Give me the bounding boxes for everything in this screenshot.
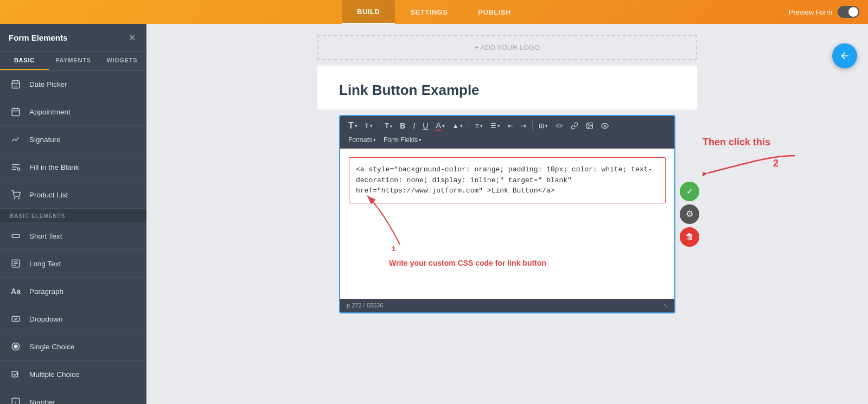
sidebar-item-label: Multiple Choice: [29, 370, 79, 379]
underline-btn[interactable]: U: [420, 120, 431, 132]
sidebar-item-label: Signature: [29, 136, 61, 144]
sidebar-item-appointment[interactable]: Appointment: [0, 98, 146, 126]
sidebar-tabs: BASIC PAYMENTS WIDGETS: [0, 52, 146, 70]
bold-btn[interactable]: B: [397, 120, 408, 132]
editor-stats: p 272 / 65536: [347, 302, 383, 309]
sidebar-item-label: Date Picker: [29, 80, 67, 88]
nav-build[interactable]: BUILD: [342, 0, 395, 24]
sidebar-item-multiple-choice[interactable]: Multiple Choice: [0, 361, 146, 388]
sidebar-item-label: Dropdown: [29, 315, 63, 323]
paragraph-icon: Aa: [10, 285, 22, 297]
sidebar-header: Form Elements ✕: [0, 24, 146, 52]
svg-rect-20: [12, 317, 20, 322]
image-btn[interactable]: [583, 120, 596, 131]
sidebar-item-long-text[interactable]: Long Text: [0, 250, 146, 278]
formats-btn[interactable]: Formats▾: [346, 134, 379, 145]
toolbar-row1: T▾ T▾ Tx B I U A▾ ▲▾ ≡▾ ☰▾ ⇤: [346, 119, 669, 132]
sidebar-item-label: Short Text: [29, 232, 62, 240]
svg-text:2: 2: [773, 158, 778, 169]
check-icon: ✓: [686, 186, 693, 196]
main-content: + ADD YOUR LOGO Link Button Example T▾ T…: [146, 24, 868, 404]
sidebar-item-fill-in-blank[interactable]: Fill in the Blank: [0, 153, 146, 181]
basic-elements-section: BASIC ELEMENTS: [0, 209, 146, 222]
logo-placeholder-text: + ADD YOUR LOGO: [475, 43, 540, 52]
gear-icon: ⚙: [686, 209, 693, 219]
sidebar: Form Elements ✕ BASIC PAYMENTS WIDGETS 1…: [0, 24, 146, 404]
sidebar-item-number[interactable]: 7 Number: [0, 388, 146, 404]
confirm-button[interactable]: ✓: [680, 182, 699, 201]
sidebar-item-single-choice[interactable]: Single Choice: [0, 333, 146, 361]
highlight-btn[interactable]: ▲▾: [450, 120, 465, 131]
list-btn[interactable]: ☰▾: [488, 120, 503, 131]
form-title: Link Button Example: [339, 82, 675, 99]
nav-settings[interactable]: SETTINGS: [395, 0, 463, 24]
sidebar-item-paragraph[interactable]: Aa Paragraph: [0, 278, 146, 305]
svg-rect-15: [12, 234, 20, 238]
settings-button[interactable]: ⚙: [680, 204, 699, 224]
code-btn[interactable]: <>: [553, 120, 566, 131]
sidebar-item-signature[interactable]: Signature: [0, 126, 146, 153]
editor-footer: p 272 / 65536 ⤡: [340, 299, 674, 312]
link-btn[interactable]: [568, 120, 581, 131]
preview-label: Preview Form: [789, 8, 832, 16]
top-nav: BUILD SETTINGS PUBLISH: [342, 0, 526, 24]
sidebar-item-product-list[interactable]: Product List: [0, 181, 146, 209]
sidebar-item-label: Number: [29, 398, 55, 405]
top-bar-right: Preview Form: [789, 6, 859, 18]
tab-widgets[interactable]: WIDGETS: [98, 52, 146, 70]
svg-rect-23: [12, 371, 18, 377]
short-text-icon: [10, 230, 22, 242]
single-choice-icon: [10, 341, 22, 352]
side-actions: ✓ ⚙ 🗑: [680, 182, 699, 247]
trash-icon: 🗑: [685, 232, 694, 242]
sidebar-item-short-text[interactable]: Short Text: [0, 222, 146, 250]
outdent-btn[interactable]: ⇤: [505, 120, 516, 131]
tab-payments[interactable]: PAYMENTS: [49, 52, 98, 70]
tab-basic[interactable]: BASIC: [0, 52, 49, 70]
sidebar-item-dropdown[interactable]: Dropdown: [0, 305, 146, 333]
editor-wrapper: T▾ T▾ Tx B I U A▾ ▲▾ ≡▾ ☰▾ ⇤: [339, 115, 675, 313]
sidebar-item-label: Single Choice: [29, 343, 74, 351]
form-fields-btn[interactable]: Form Fields▾: [381, 134, 424, 145]
clear-format-btn[interactable]: Tx: [382, 120, 395, 131]
svg-text:7: 7: [15, 400, 17, 404]
font-size-2-btn[interactable]: T▾: [362, 121, 375, 131]
editor-code-area[interactable]: <a style="background-color: orange; padd…: [349, 157, 666, 203]
multiple-choice-icon: [10, 368, 22, 380]
sidebar-item-label: Paragraph: [29, 287, 63, 296]
table-btn[interactable]: ⊞▾: [536, 120, 551, 131]
nav-publish[interactable]: PUBLISH: [463, 0, 526, 24]
sidebar-title: Form Elements: [9, 33, 67, 42]
sidebar-close-button[interactable]: ✕: [126, 31, 138, 43]
font-size-btn[interactable]: T▾: [346, 119, 360, 132]
svg-point-27: [588, 124, 589, 125]
fill-blank-icon: [10, 161, 22, 173]
sidebar-item-date-picker[interactable]: 10 Date Picker: [0, 70, 146, 98]
source-btn[interactable]: [598, 120, 611, 131]
indent-btn[interactable]: ⇥: [518, 120, 529, 131]
product-list-icon: [10, 189, 22, 201]
font-color-btn[interactable]: A▾: [433, 119, 447, 132]
align-btn[interactable]: ≡▾: [473, 120, 486, 131]
calendar-icon: 10: [10, 78, 22, 90]
svg-point-22: [14, 345, 17, 348]
arrow2-svg: 2: [703, 150, 800, 183]
svg-rect-5: [12, 108, 20, 116]
long-text-icon: [10, 258, 22, 270]
preview-toggle[interactable]: [838, 6, 859, 18]
toolbar-row2: Formats▾ Form Fields▾: [346, 134, 669, 149]
svg-text:10: 10: [14, 84, 17, 87]
editor-toolbar: T▾ T▾ Tx B I U A▾ ▲▾ ≡▾ ☰▾ ⇤: [340, 116, 674, 149]
sidebar-item-label: Appointment: [29, 108, 71, 116]
italic-btn[interactable]: I: [410, 120, 418, 132]
logo-bar[interactable]: + ADD YOUR LOGO: [317, 35, 697, 60]
divider: [379, 121, 379, 131]
instruction-text: Write your custom CSS code for link butt…: [389, 258, 546, 268]
dropdown-icon: [10, 313, 22, 325]
editor-resize-handle[interactable]: ⤡: [663, 302, 668, 309]
signature-icon: [10, 133, 22, 145]
form-area: + ADD YOUR LOGO Link Button Example T▾ T…: [317, 24, 697, 335]
divider3: [532, 121, 533, 131]
back-fab-button[interactable]: [832, 43, 857, 68]
delete-button[interactable]: 🗑: [680, 227, 699, 247]
